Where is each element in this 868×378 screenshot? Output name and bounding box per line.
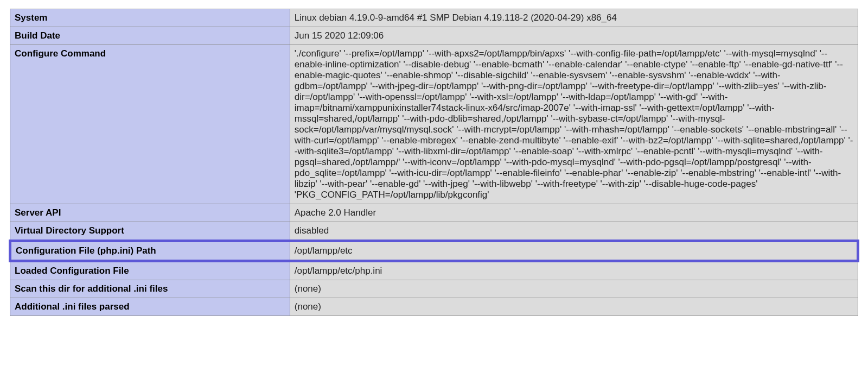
config-key: Configure Command [10,45,290,204]
config-key: Server API [10,204,290,222]
config-value: Linux debian 4.19.0-9-amd64 #1 SMP Debia… [290,9,858,27]
config-value: './configure' '--prefix=/opt/lampp' '--w… [290,45,858,204]
phpinfo-table: SystemLinux debian 4.19.0-9-amd64 #1 SMP… [9,9,859,316]
config-value: disabled [290,222,858,241]
config-value: (none) [290,298,858,316]
table-row: SystemLinux debian 4.19.0-9-amd64 #1 SMP… [10,9,858,27]
config-key: Additional .ini files parsed [10,298,290,316]
config-key: Virtual Directory Support [10,222,290,241]
table-row: Virtual Directory Supportdisabled [10,222,858,241]
table-row: Server APIApache 2.0 Handler [10,204,858,222]
config-key: Loaded Configuration File [10,261,290,280]
config-key: System [10,9,290,27]
table-row: Configuration File (php.ini) Path/opt/la… [10,241,858,261]
table-row: Additional .ini files parsed(none) [10,298,858,316]
table-row: Configure Command'./configure' '--prefix… [10,45,858,204]
config-key: Scan this dir for additional .ini files [10,280,290,298]
config-value: /opt/lampp/etc/php.ini [290,261,858,280]
config-key: Configuration File (php.ini) Path [10,241,290,261]
table-row: Scan this dir for additional .ini files(… [10,280,858,298]
config-value: (none) [290,280,858,298]
config-key: Build Date [10,27,290,45]
config-value: /opt/lampp/etc [290,241,858,261]
config-value: Apache 2.0 Handler [290,204,858,222]
table-row: Loaded Configuration File/opt/lampp/etc/… [10,261,858,280]
table-row: Build DateJun 15 2020 12:09:06 [10,27,858,45]
config-value: Jun 15 2020 12:09:06 [290,27,858,45]
